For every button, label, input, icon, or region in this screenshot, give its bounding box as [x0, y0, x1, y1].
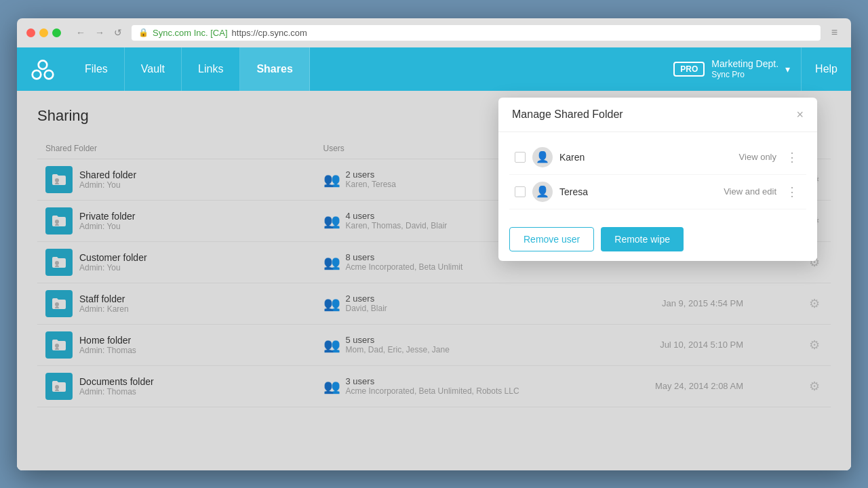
main-content: Sharing Shared Folder Users	[17, 91, 851, 470]
nav-link-vault[interactable]: Vault	[125, 47, 182, 91]
user-permission-karen: View only	[739, 152, 776, 162]
minimize-traffic-light[interactable]	[39, 28, 48, 37]
remove-user-button[interactable]: Remove user	[509, 227, 594, 251]
top-nav: Files Vault Links Shares PRO Marketing D…	[17, 47, 851, 91]
browser-nav: ← → ↺	[73, 26, 125, 39]
pro-badge: PRO	[673, 62, 705, 77]
modal-header: Manage Shared Folder ×	[498, 98, 817, 132]
account-area: PRO Marketing Dept. Sync Pro ▾	[663, 58, 801, 81]
user-checkbox-karen[interactable]	[515, 152, 526, 163]
user-permission-teresa: View and edit	[724, 186, 776, 197]
close-traffic-light[interactable]	[26, 28, 35, 37]
manage-shared-folder-modal: Manage Shared Folder × 👤 Karen View only…	[498, 98, 817, 261]
user-checkbox-teresa[interactable]	[515, 186, 526, 197]
remote-wipe-button[interactable]: Remote wipe	[601, 227, 684, 251]
modal-close-button[interactable]: ×	[796, 108, 804, 121]
url-text: https://cp.sync.com	[232, 28, 307, 38]
modal-overlay: Manage Shared Folder × 👤 Karen View only…	[17, 91, 851, 470]
modal-user-row: 👤 Teresa View and edit ⋮	[509, 175, 806, 209]
user-name-teresa: Teresa	[559, 186, 717, 197]
nav-link-files[interactable]: Files	[68, 47, 125, 91]
maximize-traffic-light[interactable]	[52, 28, 61, 37]
svg-point-1	[33, 70, 41, 79]
logo-area	[17, 57, 68, 81]
user-avatar-karen: 👤	[532, 147, 553, 167]
refresh-button[interactable]: ↺	[111, 26, 125, 39]
app-content: Files Vault Links Shares PRO Marketing D…	[17, 47, 851, 470]
user-more-button-karen[interactable]: ⋮	[783, 150, 801, 165]
user-more-button-teresa[interactable]: ⋮	[783, 184, 801, 199]
nav-link-links[interactable]: Links	[182, 47, 240, 91]
nav-links: Files Vault Links Shares	[68, 47, 310, 91]
back-button[interactable]: ←	[73, 26, 88, 39]
svg-point-0	[39, 60, 47, 69]
forward-button[interactable]: →	[92, 26, 107, 39]
browser-window: ← → ↺ 🔒 Sync.com Inc. [CA] https://cp.sy…	[17, 18, 851, 470]
browser-menu-button[interactable]: ≡	[827, 25, 842, 40]
chevron-down-icon[interactable]: ▾	[785, 64, 790, 75]
modal-footer: Remove user Remote wipe	[498, 218, 817, 261]
user-avatar-teresa: 👤	[532, 182, 553, 202]
nav-link-shares[interactable]: Shares	[240, 47, 309, 91]
help-link[interactable]: Help	[801, 47, 851, 91]
modal-body: 👤 Karen View only ⋮ 👤 Teresa View and ed…	[498, 132, 817, 218]
modal-title: Manage Shared Folder	[512, 108, 623, 121]
svg-point-2	[45, 70, 54, 79]
user-name-karen: Karen	[559, 152, 732, 163]
address-bar[interactable]: 🔒 Sync.com Inc. [CA] https://cp.sync.com	[132, 25, 821, 41]
modal-user-row: 👤 Karen View only ⋮	[509, 140, 806, 175]
logo-icon	[31, 57, 55, 81]
traffic-lights	[26, 28, 61, 37]
lock-icon: 🔒	[138, 28, 149, 37]
browser-titlebar: ← → ↺ 🔒 Sync.com Inc. [CA] https://cp.sy…	[17, 18, 851, 47]
site-name: Sync.com Inc. [CA]	[153, 28, 228, 38]
account-name: Marketing Dept. Sync Pro	[711, 58, 778, 81]
